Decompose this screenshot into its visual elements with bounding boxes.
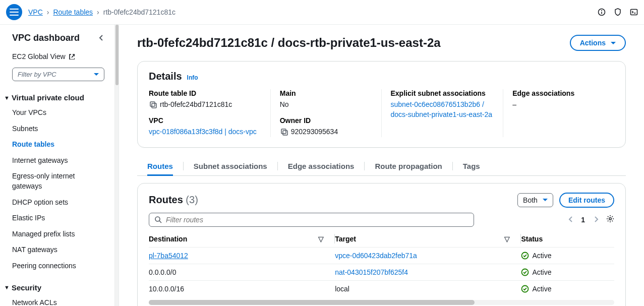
search-icon [154,216,162,223]
check-circle-icon [521,252,529,260]
route-table-id-value: rtb-0fefc24bd7121c81c [160,99,232,109]
col-status[interactable]: Status [521,231,614,248]
actions-dropdown[interactable]: Actions [570,35,626,51]
table-row: pl-7ba54012vpce-0d60423dab2feb71aActive [149,247,614,264]
chevron-down-icon [611,42,616,44]
breadcrumb-sep: › [47,8,49,16]
routes-table: Destination▽ Target▽ Status pl-7ba54012v… [149,231,614,297]
subnet-assoc-link[interactable]: subnet-0c6ec08676513b2b6 / docs-subnet-p… [391,99,494,120]
details-panel: Details Info Route table ID rtb-0fefc24b… [137,61,626,148]
status-badge: Active [521,285,609,293]
nav-section-vpc[interactable]: ▼ Virtual private cloud [0,90,114,105]
breadcrumb-route-tables[interactable]: Route tables [53,8,93,16]
actions-label: Actions [580,39,606,47]
breadcrumb-vpc[interactable]: VPC [28,8,43,16]
copy-icon[interactable] [149,100,157,108]
col-destination[interactable]: Destination▽ [149,231,335,248]
main-value: No [280,99,289,109]
sort-icon: ▽ [504,235,510,243]
sidebar-item-egress-only-igw[interactable]: Egress-only internet gateways [0,168,114,194]
sidebar-ec2-global-view[interactable]: EC2 Global View [0,49,114,64]
sidebar-item-subnets[interactable]: Subnets [0,121,114,137]
sidebar-title: VPC dashboard [12,33,80,43]
filter-by-vpc-placeholder: Filter by VPC [18,71,56,78]
routes-count: (3) [186,194,198,205]
topbar: VPC › Route tables › rtb-0fefc24bd7121c8… [0,0,644,25]
tab-routes[interactable]: Routes [147,157,173,175]
edit-routes-button[interactable]: Edit routes [559,193,614,208]
nav-section-security[interactable]: ▼ Security [0,280,114,295]
cloudshell-icon[interactable] [630,8,638,16]
route-table-id-label: Route table ID [149,89,261,97]
sidebar-item-managed-prefix-lists[interactable]: Managed prefix lists [0,226,114,242]
pager-page-number: 1 [581,216,585,224]
owner-id-label: Owner ID [280,116,372,125]
status-badge: Active [521,252,609,260]
status-text: Active [532,268,551,276]
check-circle-icon [521,285,529,293]
details-info-link[interactable]: Info [187,74,198,81]
sidebar-scrollbar[interactable] [115,25,119,306]
routes-panel: Routes (3) Both Edit routes [137,183,626,306]
sidebar-item-nat-gateways[interactable]: NAT gateways [0,242,114,258]
pager-next[interactable] [592,215,599,224]
nav-section-security-label: Security [12,283,41,292]
tab-route-propagation[interactable]: Route propagation [375,157,442,175]
sidebar-item-elastic-ips[interactable]: Elastic IPs [0,210,114,226]
details-title: Details [149,71,182,82]
sidebar-item-internet-gateways[interactable]: Internet gateways [0,153,114,169]
sort-icon: ▽ [318,235,324,243]
breadcrumb-sep: › [97,8,99,16]
status-text: Active [532,285,551,293]
shield-icon[interactable] [614,8,622,16]
info-icon[interactable] [598,8,606,16]
filter-routes-input[interactable] [166,216,469,224]
filter-by-vpc-select[interactable]: Filter by VPC [12,68,104,81]
sidebar-item-route-tables[interactable]: Route tables [0,137,114,153]
gear-icon [606,215,614,223]
hamburger-menu[interactable] [6,4,22,20]
sidebar: VPC dashboard EC2 Global View Filter by … [0,25,115,306]
horizontal-scrollbar[interactable] [149,300,614,305]
sidebar-item-dhcp-option-sets[interactable]: DHCP option sets [0,195,114,211]
owner-id-value: 920293095634 [291,127,338,137]
tabs: Routes Subnet associations Edge associat… [137,157,626,176]
vpc-link[interactable]: vpc-018f086a13f3c3f8d | docs-vpc [149,127,257,137]
route-destination: 10.0.0.0/16 [149,280,335,297]
nav-section-vpc-label: Virtual private cloud [12,93,84,102]
edge-assoc-label: Edge associations [512,89,605,97]
edge-assoc-value: – [512,99,516,109]
external-link-icon [69,53,75,59]
table-row: 0.0.0.0/0nat-043015f207bf625f4Active [149,264,614,280]
status-badge: Active [521,268,609,276]
route-target: local [335,280,521,297]
sidebar-item-peering-connections[interactable]: Peering connections [0,258,114,274]
route-target-link[interactable]: vpce-0d60423dab2feb71a [335,252,417,260]
filter-routes-input-wrap[interactable] [149,213,474,227]
pager-prev[interactable] [567,215,574,224]
breadcrumb-current: rtb-0fefc24bd7121c81c [103,8,175,16]
sidebar-collapse-button[interactable] [97,34,104,42]
routes-filter-both-select[interactable]: Both [517,193,553,207]
vpc-label: VPC [149,116,261,125]
col-target[interactable]: Target▽ [335,231,521,248]
route-target-link[interactable]: nat-043015f207bf625f4 [335,268,408,276]
subnet-assoc-label: Explicit subnet associations [391,89,494,97]
route-destination-link[interactable]: pl-7ba54012 [149,252,188,260]
breadcrumb: VPC › Route tables › rtb-0fefc24bd7121c8… [28,8,175,16]
tab-subnet-associations[interactable]: Subnet associations [194,157,267,175]
copy-icon[interactable] [280,128,288,136]
sidebar-ec2-global-label: EC2 Global View [12,52,66,60]
tab-tags[interactable]: Tags [463,157,480,175]
chevron-down-icon [94,73,99,76]
sidebar-item-your-vpcs[interactable]: Your VPCs [0,105,114,121]
status-text: Active [532,252,551,260]
routes-filter-both-label: Both [523,196,538,204]
main-content: rtb-0fefc24bd7121c81c / docs-rtb-private… [119,25,644,306]
table-settings-button[interactable] [606,215,614,224]
tab-edge-associations[interactable]: Edge associations [288,157,355,175]
main-label: Main [280,89,372,97]
chevron-down-icon [543,199,548,201]
sidebar-item-network-acls[interactable]: Network ACLs [0,295,114,306]
routes-title: Routes [149,194,183,205]
